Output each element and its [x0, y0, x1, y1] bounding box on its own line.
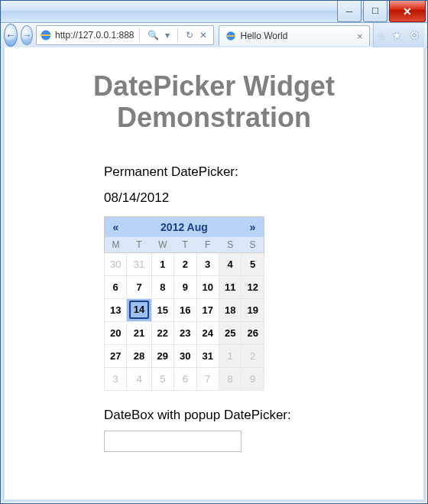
calendar-day-cell[interactable]: 28: [127, 344, 151, 367]
calendar-day-cell[interactable]: 2: [174, 252, 196, 275]
back-button[interactable]: ←: [4, 24, 18, 47]
dow-cell: T: [174, 237, 196, 253]
dropdown-icon[interactable]: ▾: [162, 30, 173, 41]
dow-cell: M: [105, 237, 127, 253]
calendar-day-cell[interactable]: 4: [219, 252, 241, 275]
calendar-day-cell[interactable]: 3: [105, 367, 127, 390]
calendar-day-cell[interactable]: 7: [196, 367, 219, 390]
address-url: http://127.0.0.1:888: [55, 30, 134, 41]
calendar-day-cell[interactable]: 31: [196, 344, 219, 367]
calendar-day-cell[interactable]: 24: [196, 321, 219, 344]
calendar-day-cell[interactable]: 2: [242, 344, 264, 367]
datepicker-calendar: « 2012 Aug » M T W T F S S 3031123456789…: [104, 216, 264, 391]
forward-button[interactable]: →: [21, 25, 33, 45]
calendar-next-button[interactable]: »: [242, 216, 264, 237]
calendar-prev-button[interactable]: «: [105, 216, 127, 237]
calendar-dow-row: M T W T F S S: [105, 237, 264, 253]
calendar-day-cell[interactable]: 26: [242, 321, 264, 344]
browser-toolbar: ← → http://127.0.0.1:888 🔍 ▾ ↻ ✕ Hello W…: [1, 23, 427, 48]
calendar-day-cell[interactable]: 5: [242, 252, 264, 275]
dow-cell: S: [219, 237, 241, 253]
page-title: DatePicker Widget Demonstration: [20, 70, 408, 134]
popup-datepicker-label: DateBox with popup DatePicker:: [104, 408, 408, 423]
browser-tab[interactable]: Hello World ×: [219, 25, 370, 46]
tab-close-icon[interactable]: ×: [357, 31, 363, 42]
browser-command-bar: ⌂ ★ ⚙: [373, 23, 424, 48]
calendar-day-cell[interactable]: 25: [219, 321, 241, 344]
tools-icon[interactable]: ⚙: [410, 29, 420, 41]
address-bar[interactable]: http://127.0.0.1:888 🔍 ▾ ↻ ✕: [36, 25, 213, 45]
calendar-day-cell[interactable]: 1: [219, 344, 241, 367]
calendar-day-cell[interactable]: 13: [105, 298, 127, 321]
calendar-day-cell[interactable]: 23: [174, 321, 196, 344]
calendar-day-cell[interactable]: 31: [127, 252, 151, 275]
calendar-day-cell[interactable]: 30: [174, 344, 196, 367]
calendar-day-cell[interactable]: 14: [127, 298, 151, 321]
minimize-button[interactable]: ─: [337, 1, 362, 22]
maximize-icon: ☐: [371, 6, 379, 16]
browser-window: ─ ☐ ✕ ← → http://127.0.0.1:888 🔍 ▾: [0, 0, 428, 504]
calendar-day-cell[interactable]: 29: [151, 344, 173, 367]
close-button[interactable]: ✕: [389, 1, 426, 22]
calendar-day-cell[interactable]: 1: [151, 252, 173, 275]
ie-logo-icon: [225, 31, 236, 41]
calendar-day-cell[interactable]: 7: [127, 275, 151, 298]
calendar-day-cell[interactable]: 3: [196, 252, 219, 275]
permanent-datepicker-label: Permanent DatePicker:: [104, 164, 408, 180]
calendar-day-cell[interactable]: 6: [174, 367, 196, 390]
calendar-day-cell[interactable]: 9: [242, 367, 264, 390]
calendar-day-cell[interactable]: 8: [219, 367, 241, 390]
forward-arrow-icon: →: [22, 30, 31, 41]
calendar-day-cell[interactable]: 19: [242, 298, 264, 321]
minimize-icon: ─: [346, 6, 353, 17]
calendar-title: 2012 Aug: [127, 216, 242, 237]
calendar-day-cell[interactable]: 5: [151, 367, 173, 390]
close-icon: ✕: [403, 5, 412, 18]
dow-cell: T: [127, 237, 151, 253]
tab-title: Hello World: [241, 31, 288, 41]
dow-cell: S: [242, 237, 264, 253]
dow-cell: W: [151, 237, 173, 253]
calendar-day-cell[interactable]: 6: [105, 275, 127, 298]
calendar-day-cell[interactable]: 18: [219, 298, 241, 321]
calendar-day-cell[interactable]: 17: [196, 298, 219, 321]
calendar-day-cell[interactable]: 12: [242, 275, 264, 298]
reload-icon[interactable]: ↻: [183, 30, 196, 41]
dow-cell: F: [196, 237, 219, 253]
calendar-day-cell[interactable]: 8: [151, 275, 173, 298]
back-arrow-icon: ←: [5, 29, 16, 41]
window-titlebar: ─ ☐ ✕: [1, 1, 427, 23]
maximize-button[interactable]: ☐: [363, 1, 387, 22]
calendar-day-cell[interactable]: 10: [196, 275, 219, 298]
calendar-day-cell[interactable]: 20: [105, 321, 127, 344]
calendar-day-cell[interactable]: 4: [127, 367, 151, 390]
calendar-day-cell[interactable]: 21: [127, 321, 151, 344]
ie-logo-icon: [40, 29, 52, 41]
favorites-icon[interactable]: ★: [392, 29, 402, 41]
home-icon[interactable]: ⌂: [378, 29, 384, 41]
stop-icon[interactable]: ✕: [196, 30, 210, 41]
viewport: DatePicker Widget Demonstration Permanen…: [2, 47, 426, 502]
selected-date-text: 08/14/2012: [104, 190, 408, 206]
calendar-day-cell[interactable]: 16: [174, 298, 196, 321]
calendar-day-cell[interactable]: 30: [105, 252, 127, 275]
calendar-day-cell[interactable]: 9: [174, 275, 196, 298]
datebox-input[interactable]: [104, 431, 242, 452]
calendar-day-cell[interactable]: 22: [151, 321, 173, 344]
calendar-day-cell[interactable]: 27: [105, 344, 127, 367]
search-icon[interactable]: 🔍: [144, 30, 162, 41]
calendar-day-cell[interactable]: 11: [219, 275, 241, 298]
calendar-day-cell[interactable]: 15: [151, 298, 173, 321]
